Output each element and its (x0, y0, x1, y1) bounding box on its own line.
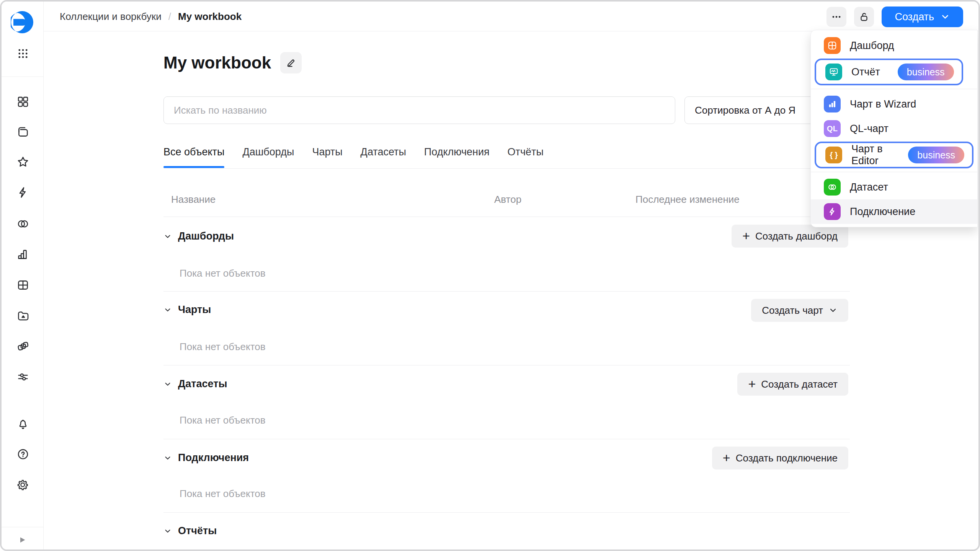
sidebar-item-connections[interactable] (13, 183, 33, 202)
menu-item-editor-chart[interactable]: { } Чарт в Editor business (816, 143, 972, 167)
breadcrumb: Коллекции и воркбуки / My workbook (60, 2, 242, 31)
sidebar-item-settings-sliders[interactable] (13, 367, 33, 386)
section-title: Чарты (178, 304, 211, 316)
sort-select-value: Сортировка от А до Я (695, 104, 795, 116)
empty-state-text: Пока нет объектов (180, 414, 266, 426)
help-icon[interactable] (13, 445, 33, 464)
sidebar-item-folder[interactable] (13, 306, 33, 325)
business-badge: business (898, 64, 954, 80)
wizard-chart-icon (824, 96, 841, 112)
sidebar-item-collections[interactable] (13, 122, 33, 142)
tabs-baseline (163, 168, 850, 169)
section-reports: Отчёты (163, 525, 217, 537)
dataset-icon (824, 179, 841, 196)
menu-item-dataset[interactable]: Датасет (811, 175, 977, 199)
sidebar-item-dashboards-grid[interactable] (13, 92, 33, 111)
menu-item-ql-chart[interactable]: QL QL-чарт (811, 116, 977, 141)
tab-charts[interactable]: Чарты (312, 146, 342, 168)
create-dashboard-button[interactable]: + Создать дашборд (732, 225, 848, 248)
menu-item-dashboard[interactable]: Дашборд (811, 33, 977, 58)
create-chart-button[interactable]: Создать чарт (751, 299, 848, 322)
chevron-down-icon[interactable] (163, 306, 172, 314)
empty-state-text: Пока нет объектов (180, 488, 266, 500)
expand-sidebar-icon[interactable] (13, 530, 32, 549)
column-header-author: Автор (494, 194, 521, 205)
section-charts: Чарты (163, 304, 211, 316)
tab-reports[interactable]: Отчёты (508, 146, 544, 168)
report-icon (825, 64, 842, 80)
section-title: Отчёты (178, 525, 217, 537)
section-title: Дашборды (178, 230, 234, 242)
table-header-divider (163, 217, 850, 217)
editor-chart-icon: { } (825, 147, 842, 163)
notifications-bell-icon[interactable] (13, 415, 33, 434)
chevron-down-icon[interactable] (163, 527, 172, 535)
apps-menu-icon[interactable] (13, 44, 33, 63)
section-title: Датасеты (178, 378, 227, 390)
menu-item-report[interactable]: Отчёт business (816, 60, 962, 84)
unlock-icon-button[interactable] (854, 7, 874, 27)
breadcrumb-collections-link[interactable]: Коллекции и воркбуки (60, 11, 162, 23)
create-connection-button[interactable]: + Создать подключение (712, 447, 848, 469)
sidebar-item-datasets[interactable] (13, 214, 33, 233)
sidebar-item-favorites[interactable] (13, 152, 33, 171)
highlight-editor-chart: { } Чарт в Editor business (815, 142, 973, 168)
tab-datasets[interactable]: Датасеты (361, 146, 406, 168)
sidebar-item-tables[interactable] (13, 276, 33, 295)
highlight-report: Отчёт business (815, 59, 963, 85)
object-tabs: Все объекты Дашборды Чарты Датасеты Подк… (163, 146, 544, 168)
edit-title-button[interactable] (280, 52, 302, 73)
chevron-down-icon[interactable] (163, 232, 172, 241)
create-button[interactable]: Создать (882, 7, 963, 27)
section-divider (163, 291, 850, 292)
create-button-label: Создать (895, 11, 934, 23)
dashboard-icon (824, 37, 841, 54)
tab-dashboards[interactable]: Дашборды (242, 146, 294, 168)
business-badge: business (908, 147, 964, 163)
top-header: Коллекции и воркбуки / My workbook Созда… (44, 2, 978, 31)
sidebar-divider (2, 77, 44, 77)
search-input[interactable] (163, 96, 675, 124)
datalens-logo-icon[interactable] (11, 11, 34, 34)
section-dashboards: Дашборды (163, 230, 234, 242)
create-dataset-button[interactable]: + Создать датасет (737, 373, 848, 396)
header-actions: Создать (826, 7, 963, 27)
connection-icon (824, 203, 841, 220)
ql-chart-icon: QL (824, 120, 841, 137)
chevron-down-icon (940, 12, 950, 22)
sidebar-footer-divider (2, 527, 44, 527)
section-divider (163, 512, 850, 513)
app-window: Коллекции и воркбуки / My workbook Созда… (0, 0, 980, 551)
column-header-modified: Последнее изменение (635, 194, 740, 205)
breadcrumb-separator: / (168, 11, 171, 23)
menu-item-wizard-chart[interactable]: Чарт в Wizard (811, 92, 977, 116)
menu-item-connection[interactable]: Подключение (811, 199, 977, 224)
create-dropdown-menu: Дашборд Отчёт business (810, 30, 978, 227)
sidebar-item-charts[interactable] (13, 245, 33, 264)
tab-all-objects[interactable]: Все объекты (163, 146, 224, 168)
column-header-name: Название (171, 194, 216, 205)
chevron-down-icon[interactable] (163, 380, 172, 388)
section-divider (163, 439, 850, 439)
page-title: My workbook (163, 53, 271, 72)
empty-state-text: Пока нет объектов (180, 341, 266, 353)
menu-divider (811, 89, 977, 89)
sidebar (2, 2, 44, 549)
chevron-down-icon[interactable] (163, 454, 172, 462)
breadcrumb-current: My workbook (178, 11, 242, 23)
section-connections: Подключения (163, 452, 249, 464)
more-actions-button[interactable] (826, 7, 846, 27)
section-divider (163, 365, 850, 365)
menu-divider (811, 172, 977, 172)
sidebar-item-services[interactable] (13, 337, 33, 356)
tab-connections[interactable]: Подключения (424, 146, 490, 168)
section-title: Подключения (178, 452, 249, 464)
empty-state-text: Пока нет объектов (180, 267, 266, 279)
chevron-down-icon (828, 306, 838, 315)
section-datasets: Датасеты (163, 378, 227, 390)
pencil-icon (285, 57, 297, 68)
settings-gear-icon[interactable] (13, 475, 33, 494)
